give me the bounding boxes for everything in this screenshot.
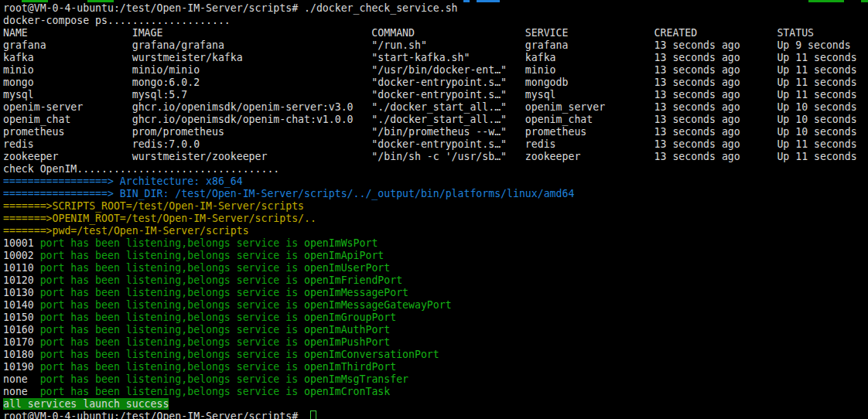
port-number: 10160 — [3, 324, 40, 336]
command-text: ./docker_check_service.sh — [304, 2, 458, 14]
port-number: none — [3, 386, 40, 397]
port-status-line: 10160 port has been listening,belongs se… — [3, 324, 868, 336]
port-message: port has been listening,belongs service … — [40, 250, 304, 261]
service-name: openImCronTask — [304, 386, 390, 397]
compose-table: NAME IMAGE COMMAND SERVICE CREATED STATU… — [3, 27, 868, 163]
terminal-screen[interactable]: root@VM-0-4-ubuntu:/test/Open-IM-Server/… — [0, 0, 868, 419]
port-status-line: 10110 port has been listening,belongs se… — [3, 262, 868, 274]
scripts-root-line: =======>SCRIPTS_ROOT=/test/Open-IM-Serve… — [3, 200, 868, 213]
compose-ps-line: docker-compose ps.................... — [3, 15, 868, 27]
port-message: port has been listening,belongs service … — [40, 373, 304, 385]
port-number: none — [3, 373, 40, 385]
service-name: openImMsgTransfer — [304, 373, 408, 385]
port-number: 10110 — [3, 262, 40, 274]
service-name: openImAuthPort — [304, 324, 390, 336]
table-row: minio minio/minio "/usr/bin/docker-ent…"… — [3, 64, 868, 77]
port-status-line: none port has been listening,belongs ser… — [3, 386, 868, 398]
port-number: 10002 — [3, 250, 40, 261]
port-status-line: none port has been listening,belongs ser… — [3, 373, 868, 386]
table-row: prometheus prom/prometheus "/bin/prometh… — [3, 126, 868, 138]
port-status-list: 10001 port has been listening,belongs se… — [3, 237, 868, 398]
table-row: openim-server ghcr.io/openimsdk/openim-s… — [3, 101, 868, 114]
port-message: port has been listening,belongs service … — [40, 299, 304, 311]
port-status-line: 10190 port has been listening,belongs se… — [3, 361, 868, 373]
shell-prompt: root@VM-0-4-ubuntu:/test/Open-IM-Server/… — [3, 410, 304, 419]
openim-root-line: =======>OPENIM_ROOT=/test/Open-IM-Server… — [3, 213, 868, 225]
table-row: zookeeper wurstmeister/zookeeper "/bin/s… — [3, 151, 868, 163]
service-name: openImFriendPort — [304, 274, 402, 286]
final-prompt-line: root@VM-0-4-ubuntu:/test/Open-IM-Server/… — [3, 410, 868, 419]
port-message: port has been listening,belongs service … — [40, 287, 304, 298]
service-name: openImThirdPort — [304, 361, 396, 373]
port-message: port has been listening,belongs service … — [40, 336, 304, 348]
port-status-line: 10170 port has been listening,belongs se… — [3, 336, 868, 349]
table-row: grafana grafana/grafana "/run.sh" grafan… — [3, 39, 868, 52]
port-message: port has been listening,belongs service … — [40, 361, 304, 373]
port-message: port has been listening,belongs service … — [40, 237, 304, 249]
port-number: 10130 — [3, 287, 40, 298]
service-name: openImGroupPort — [304, 312, 396, 323]
port-message: port has been listening,belongs service … — [40, 386, 304, 397]
service-name: openImApiPort — [304, 250, 384, 261]
success-message: all services launch success — [3, 398, 169, 410]
bin-dir-line: =================> BIN_DIR: /test/Open-I… — [3, 188, 868, 200]
port-number: 10180 — [3, 349, 40, 360]
table-row: mysql mysql:5.7 "docker-entrypoint.s…" m… — [3, 89, 868, 101]
table-row: kafka wurstmeister/kafka "start-kafka.sh… — [3, 52, 868, 64]
port-number: 10140 — [3, 299, 40, 311]
service-name: openImUserPort — [304, 262, 390, 274]
service-name: openImMessagePort — [304, 287, 408, 298]
port-number: 10001 — [3, 237, 40, 249]
terminal-cursor[interactable] — [310, 410, 316, 419]
service-name: openImPushPort — [304, 336, 390, 348]
port-message: port has been listening,belongs service … — [40, 312, 304, 323]
check-openim-line: check OpenIM............................… — [3, 163, 868, 175]
port-status-line: 10001 port has been listening,belongs se… — [3, 237, 868, 250]
port-number: 10150 — [3, 312, 40, 323]
terminal-output: root@VM-0-4-ubuntu:/test/Open-IM-Server/… — [3, 2, 868, 419]
table-row: redis redis:7.0.0 "docker-entrypoint.s…"… — [3, 138, 868, 151]
port-status-line: 10120 port has been listening,belongs se… — [3, 274, 868, 287]
table-header: NAME IMAGE COMMAND SERVICE CREATED STATU… — [3, 27, 868, 39]
port-message: port has been listening,belongs service … — [40, 324, 304, 336]
port-message: port has been listening,belongs service … — [40, 262, 304, 274]
pwd-line: =======>pwd=/test/Open-IM-Server/scripts — [3, 225, 868, 237]
port-status-line: 10140 port has been listening,belongs se… — [3, 299, 868, 312]
architecture-line: =================> Architecture: x86_64 — [3, 175, 868, 188]
prompt-line: root@VM-0-4-ubuntu:/test/Open-IM-Server/… — [3, 2, 868, 15]
port-message: port has been listening,belongs service … — [40, 349, 304, 360]
port-status-line: 10002 port has been listening,belongs se… — [3, 250, 868, 262]
port-status-line: 10180 port has been listening,belongs se… — [3, 349, 868, 361]
service-name: openImConversationPort — [304, 349, 439, 360]
success-line: all services launch success — [3, 398, 868, 410]
port-number: 10120 — [3, 274, 40, 286]
service-name: openImWsPort — [304, 237, 378, 249]
port-status-line: 10150 port has been listening,belongs se… — [3, 312, 868, 324]
table-row: openim_chat ghcr.io/openimsdk/openim-cha… — [3, 114, 868, 126]
table-row: mongo mongo:6.0.2 "docker-entrypoint.s…"… — [3, 77, 868, 89]
port-number: 10170 — [3, 336, 40, 348]
port-status-line: 10130 port has been listening,belongs se… — [3, 287, 868, 299]
port-message: port has been listening,belongs service … — [40, 274, 304, 286]
port-number: 10190 — [3, 361, 40, 373]
service-name: openImMessageGatewayPort — [304, 299, 452, 311]
shell-prompt: root@VM-0-4-ubuntu:/test/Open-IM-Server/… — [3, 2, 304, 14]
